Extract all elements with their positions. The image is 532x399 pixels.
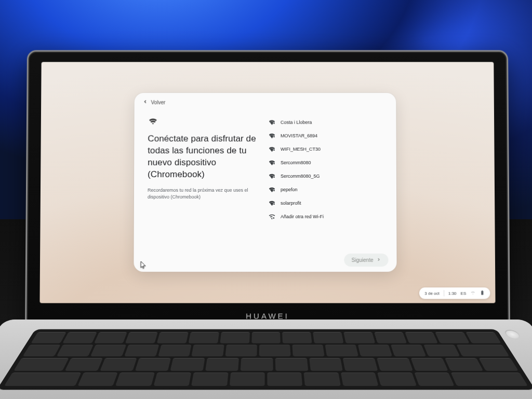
next-button[interactable]: Siguiente [344,254,389,267]
wifi-ssid: solarprofit [281,201,301,206]
status-shelf[interactable]: 3 de oct 1:30 ES [419,287,490,299]
wifi-network-item[interactable]: Sercomm8080 [266,156,383,169]
battery-icon [480,290,485,296]
wifi-lock-icon [268,200,275,206]
wifi-network-item[interactable]: MOVISTAR_6894 [266,129,383,142]
wifi-lock-icon [268,119,275,126]
wifi-network-item[interactable]: Sercomm8080_5G [266,169,383,183]
wifi-lock-icon [268,173,275,180]
wifi-status-icon [470,290,475,296]
laptop: Volver Conéctate para disfrutar de todas… [26,49,506,382]
wifi-network-item[interactable]: WIFI_MESH_CT30 [266,142,383,156]
left-column: Conéctate para disfrutar de todas las fu… [148,116,257,248]
wifi-lock-icon [268,159,275,166]
chevron-right-icon [376,257,381,263]
network-list: Costa i Llobera MOVISTAR_6894 [266,116,383,248]
power-button [503,330,522,339]
wifi-lock-icon [268,132,275,139]
laptop-bezel: Volver Conéctate para disfrutar de todas… [25,50,510,328]
wifi-ssid: MOVISTAR_6894 [281,133,317,138]
page-title: Conéctate para disfrutar de todas las fu… [148,133,257,180]
wifi-lock-icon [268,187,275,193]
oobe-card: Volver Conéctate para disfrutar de todas… [134,93,396,272]
card-footer: Siguiente [134,248,396,272]
wifi-ssid: Costa i Llobera [281,119,312,125]
separator [444,290,444,296]
wifi-icon [148,116,158,126]
wifi-add-icon [268,213,275,220]
add-network-label: Añadir otra red Wi-Fi [281,214,324,219]
cursor-icon [140,261,146,269]
laptop-deck [0,320,532,399]
wifi-lock-icon [268,146,275,153]
wifi-network-item[interactable]: pepefon [266,183,383,196]
wifi-network-item[interactable]: solarprofit [266,196,383,210]
wifi-ssid: pepefon [281,187,298,192]
shelf-time: 1:30 [448,291,457,296]
keyboard [0,329,532,390]
next-label: Siguiente [352,257,374,263]
chromeos-screen: Volver Conéctate para disfrutar de todas… [39,62,495,303]
wifi-network-item[interactable]: Costa i Llobera [266,116,383,129]
back-label: Volver [151,99,166,105]
page-subtitle: Recordaremos tu red la próxima vez que u… [148,187,257,201]
wifi-ssid: Sercomm8080 [281,160,311,165]
chevron-left-icon [143,99,148,105]
wifi-ssid: WIFI_MESH_CT30 [281,147,321,152]
shelf-date: 3 de oct [424,291,440,296]
add-network-item[interactable]: Añadir otra red Wi-Fi [266,210,383,223]
wifi-ssid: Sercomm8080_5G [281,174,320,179]
shelf-locale: ES [460,291,466,296]
back-button[interactable]: Volver [143,99,166,105]
